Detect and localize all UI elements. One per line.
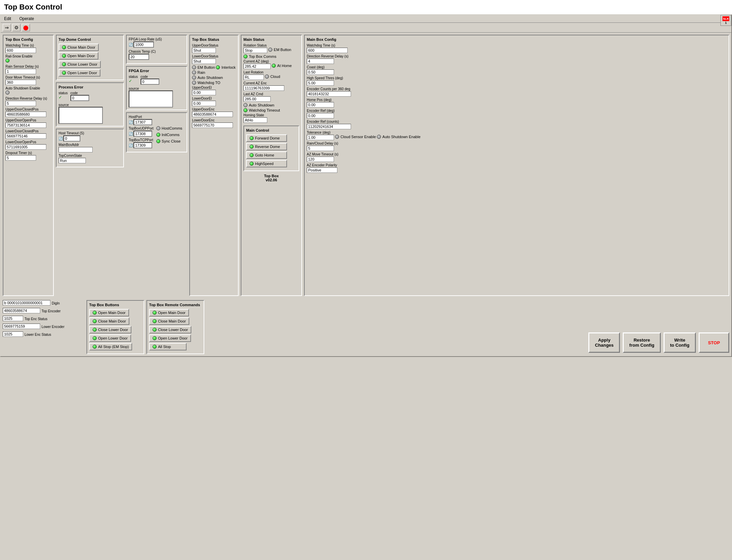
top-enc-status-value[interactable] xyxy=(3,316,23,321)
goto-home-btn[interactable]: Goto Home xyxy=(246,151,287,159)
homing-state-input[interactable] xyxy=(243,117,267,123)
lower-door-el-input[interactable] xyxy=(192,101,216,106)
tbtn-close-main[interactable]: Close Main Door xyxy=(89,317,129,325)
cloud-label: Cloud xyxy=(270,75,280,79)
door-timeout-input[interactable] xyxy=(5,80,36,85)
dir-reverse-label: Direction Reverse Delay (s) xyxy=(5,97,51,100)
dir-reverse-input[interactable] xyxy=(5,101,36,106)
lower-door-open-input[interactable] xyxy=(5,144,46,150)
dropout-timer-input[interactable] xyxy=(5,155,36,161)
current-az-input[interactable] xyxy=(243,64,271,69)
host-port-input[interactable] xyxy=(133,119,152,125)
tcp-port-input[interactable] xyxy=(133,142,152,148)
open-lower-door-btn[interactable]: Open Lower Door xyxy=(59,69,100,77)
auto-shutdown-main-led xyxy=(243,103,248,107)
port-settings-panel: HostPort 🔄 TopBoxUDPPort 🔄 TopBoxTCPPort xyxy=(126,112,187,152)
mbc-home-pos-input[interactable] xyxy=(307,102,334,108)
mbc-az-move-timeout-input[interactable] xyxy=(307,157,334,162)
udp-port-input[interactable] xyxy=(133,131,152,137)
rain-delay-input[interactable] xyxy=(5,69,36,74)
highspeed-btn[interactable]: HighSpeed xyxy=(246,160,287,167)
menu-operate[interactable]: Operate xyxy=(17,16,36,22)
open-main-door-led xyxy=(62,54,66,58)
upper-door-enc-label: UpperDoorEnc xyxy=(192,108,236,111)
fe-code-input[interactable] xyxy=(141,79,159,85)
host-timeout-input[interactable] xyxy=(63,135,80,142)
top-box-config-panel: Top Box Config Watchdog Time (s) Rail-Sn… xyxy=(3,35,54,296)
mbc-dir-reverse-input[interactable] xyxy=(307,59,334,64)
last-az-cmd-input[interactable] xyxy=(243,96,271,102)
em-button-main-indicator: EM Button xyxy=(268,48,291,52)
last-rotation-label: Last Rotation xyxy=(243,70,299,74)
lower-door-status-input[interactable] xyxy=(192,59,216,64)
upper-door-enc-input[interactable] xyxy=(192,112,233,117)
top-dome-control-panel: Top Dome Control Close Main Door Open Ma… xyxy=(56,35,124,80)
mbc-highspeed-input[interactable] xyxy=(307,80,334,86)
rcmd-all-stop[interactable]: All Stop xyxy=(149,343,187,350)
top-encoder-value[interactable] xyxy=(3,308,40,313)
mbc-enc-ref-label: Encoder Ref (deg) xyxy=(307,109,727,113)
upper-door-el-input[interactable] xyxy=(192,90,216,95)
main-box-addr-input[interactable] xyxy=(59,147,93,152)
apply-changes-btn[interactable]: Apply Changes xyxy=(588,332,620,353)
toolbar-stop-btn[interactable]: ⬤ xyxy=(22,24,30,31)
at-home-led xyxy=(272,64,276,68)
current-az-enc-input[interactable] xyxy=(243,85,284,91)
tbtn-open-lower[interactable]: Open Lower Door xyxy=(89,334,131,342)
auto-shutdown-main-label: Auto Shutdown xyxy=(249,103,274,107)
lower-door-enc-input[interactable] xyxy=(192,122,233,128)
upper-door-closed-input[interactable] xyxy=(5,112,46,117)
pe-status-label: status xyxy=(59,91,68,95)
rotation-status-input[interactable] xyxy=(243,48,267,53)
host-port-label: HostPort xyxy=(129,115,154,119)
mbc-rain-cloud-delay-input[interactable] xyxy=(307,146,334,151)
restore-config-btn[interactable]: Restore from Config xyxy=(623,332,661,353)
chassis-temp-input[interactable] xyxy=(129,54,149,60)
upper-door-open-input[interactable] xyxy=(5,122,46,128)
top-comm-state-input[interactable] xyxy=(59,158,86,163)
main-box-addr-label: MainBoxAddr xyxy=(59,143,121,147)
fpga-loop-input[interactable] xyxy=(133,42,154,48)
tbtn-all-stop[interactable]: All Stop (EM Stop) xyxy=(89,343,132,350)
lower-enc-status-value[interactable] xyxy=(3,331,23,337)
lower-door-closed-input[interactable] xyxy=(5,133,46,139)
close-main-door-btn[interactable]: Close Main Door xyxy=(59,44,99,51)
mbc-dir-reverse-label: Direction Reverse Delay (s) xyxy=(307,54,727,58)
stop-btn[interactable]: STOP xyxy=(699,332,729,353)
tbtn-open-main[interactable]: Open Main Door xyxy=(89,309,129,316)
close-lower-door-btn[interactable]: Close Lower Door xyxy=(59,61,101,68)
mbc-enc-ref-input[interactable] xyxy=(307,113,334,118)
reverse-dome-btn[interactable]: Reverse Dome xyxy=(246,143,287,150)
mbc-enc-ref-counts-input[interactable] xyxy=(307,124,351,129)
mbc-enc-counts-input[interactable] xyxy=(307,91,351,97)
pe-code-input[interactable] xyxy=(70,95,89,101)
last-rotation-input[interactable] xyxy=(243,75,264,80)
lower-encoder-value[interactable] xyxy=(3,324,40,329)
pe-source-label: source xyxy=(59,103,121,107)
toolbar-arrow-btn[interactable]: ⇒ xyxy=(3,24,11,31)
rcmd-close-lower[interactable]: Close Lower Door xyxy=(149,326,191,333)
tbtn-close-lower[interactable]: Close Lower Door xyxy=(89,326,131,333)
open-main-door-btn[interactable]: Open Main Door xyxy=(59,52,98,60)
main-box-config-title: Main Box Config xyxy=(307,37,727,42)
fpga-error-title: FPGA Error xyxy=(129,69,185,73)
mbc-watchdog-input[interactable] xyxy=(307,48,348,53)
upper-door-status-input[interactable] xyxy=(192,48,216,53)
toolbar-settings-btn[interactable]: ⚙ xyxy=(12,24,20,31)
mbc-coast-input[interactable] xyxy=(307,69,334,75)
interlock-led xyxy=(216,65,220,69)
fe-source-box[interactable] xyxy=(129,90,173,108)
top-box-buttons-panel: Top Box Buttons Open Main Door Close Mai… xyxy=(86,300,144,354)
cloud-led xyxy=(265,75,269,79)
forward-dome-btn[interactable]: Forward Dome xyxy=(246,134,287,142)
watchdog-time-input[interactable] xyxy=(5,48,36,53)
pe-source-box[interactable] xyxy=(59,107,103,124)
mbc-tolerance-input[interactable] xyxy=(307,135,334,140)
write-config-btn[interactable]: Write to Config xyxy=(664,332,696,353)
rcmd-open-lower[interactable]: Open Lower Door xyxy=(149,334,191,342)
rcmd-close-main[interactable]: Close Main Door xyxy=(149,317,189,325)
mbc-az-enc-polarity-input[interactable] xyxy=(307,167,337,173)
rcmd-open-main[interactable]: Open Main Door xyxy=(149,309,189,316)
menu-edit[interactable]: Edit xyxy=(2,16,13,22)
digin-value[interactable] xyxy=(3,300,50,306)
